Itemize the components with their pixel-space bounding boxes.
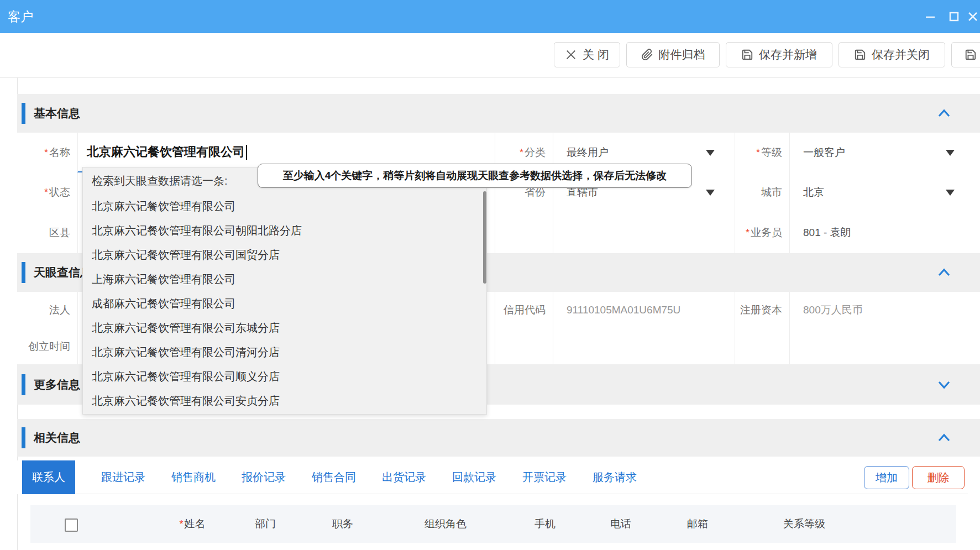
city-value: 北京	[803, 185, 824, 200]
dropdown-scrollbar-thumb[interactable]	[483, 191, 486, 284]
column-mobile: 手机	[534, 505, 555, 543]
section-more-title: 更多信息	[34, 377, 80, 392]
save-icon	[965, 49, 977, 61]
contacts-table-header: 姓名 部门 职务 组织角色 手机 电话 邮箱 关系等级	[30, 505, 956, 543]
dropdown-arrow-icon	[946, 190, 955, 196]
suggest-item[interactable]: 成都麻六记餐饮管理有限公司	[83, 291, 486, 316]
input-hint-tooltip: 至少输入4个关键字，稍等片刻将自动展现天眼查参考数据供选择，保存后无法修改	[258, 164, 692, 188]
collapse-basic-button[interactable]	[937, 108, 951, 118]
collapse-related-button[interactable]	[937, 433, 951, 443]
salesman-picker[interactable]: 801 - 袁朗	[789, 212, 980, 253]
registered-capital-value: 800万人民币	[789, 292, 980, 328]
save-and-close-button[interactable]: 保存并关闭	[838, 42, 945, 67]
section-accent-bar	[22, 103, 25, 124]
column-position: 职务	[332, 505, 353, 543]
tab-payment-records[interactable]: 回款记录	[452, 460, 496, 494]
credit-code-value: 91110105MA01U6M75U	[553, 292, 735, 328]
level-value: 一般客户	[803, 145, 845, 160]
chevron-up-icon	[937, 268, 951, 277]
salesman-value: 801 - 袁朗	[803, 226, 851, 240]
registered-capital-label: 注册资本	[735, 292, 789, 328]
window-title: 客户	[8, 0, 33, 33]
window-close-button[interactable]	[964, 8, 980, 25]
close-button[interactable]: 关 闭	[554, 42, 620, 67]
related-tabs-bar: 联系人 跟进记录 销售商机 报价记录 销售合同 出货记录 回款记录 开票记录 服…	[17, 460, 980, 494]
column-name: 姓名	[179, 505, 205, 543]
tianyancha-suggest-dropdown: 检索到天眼查数据请选一条: 北京麻六记餐饮管理有限公司 北京麻六记餐饮管理有限公…	[82, 167, 487, 415]
minimize-icon	[924, 10, 937, 23]
section-basic-info: 基本信息	[17, 94, 980, 133]
close-icon	[966, 10, 979, 23]
tab-quotation-records[interactable]: 报价记录	[242, 460, 286, 494]
related-tabs: 联系人 跟进记录 销售商机 报价记录 销售合同 出货记录 回款记录 开票记录 服…	[22, 460, 637, 494]
level-label: 等级	[735, 133, 789, 172]
paperclip-icon	[641, 49, 653, 61]
dropdown-arrow-icon	[706, 190, 715, 196]
column-relation-level: 关系等级	[783, 505, 825, 543]
dropdown-arrow-icon	[946, 150, 955, 156]
collapse-tianyancha-button[interactable]	[937, 268, 951, 277]
section-related-title: 相关信息	[34, 430, 80, 446]
window-titlebar: 客户	[0, 0, 980, 33]
suggest-item[interactable]: 北京麻六记餐饮管理有限公司顺义分店	[83, 364, 486, 389]
empty-cell	[553, 328, 735, 364]
customer-edit-window: { "window": { "title": "客户" }, "toolbar"…	[0, 0, 980, 550]
empty-cell	[735, 328, 789, 364]
section-basic-title: 基本信息	[34, 106, 80, 121]
save-icon	[854, 49, 866, 61]
empty-cell	[789, 328, 980, 364]
window-maximize-button[interactable]	[945, 8, 963, 25]
column-email: 邮箱	[687, 505, 708, 543]
save-icon	[741, 49, 753, 61]
suggest-item[interactable]: 北京麻六记餐饮管理有限公司清河分店	[83, 340, 486, 364]
save-and-close-label: 保存并关闭	[872, 47, 930, 62]
save-and-new-label: 保存并新增	[759, 47, 817, 62]
tab-sales-opportunities[interactable]: 销售商机	[171, 460, 216, 494]
save-and-new-button[interactable]: 保存并新增	[726, 42, 832, 67]
select-all-checkbox[interactable]	[65, 518, 78, 532]
suggest-item[interactable]: 北京麻六记餐饮管理有限公司安贞分店	[83, 389, 486, 413]
tab-invoice-records[interactable]: 开票记录	[522, 460, 567, 494]
expand-more-button[interactable]	[937, 380, 951, 390]
district-label: 区县	[17, 212, 77, 253]
empty-cell	[553, 212, 735, 253]
close-button-label: 关 闭	[583, 47, 609, 62]
city-select[interactable]: 北京	[789, 172, 980, 212]
credit-code-label: 信用代码	[495, 292, 553, 328]
suggest-item[interactable]: 北京麻六记餐饮管理有限公司	[83, 194, 486, 218]
tab-shipment-records[interactable]: 出货记录	[382, 460, 426, 494]
attach-archive-button[interactable]: 附件归档	[626, 42, 720, 67]
section-accent-bar	[22, 374, 25, 395]
customer-name-value: 北京麻六记餐饮管理有限公司	[87, 144, 245, 160]
salesman-label: 业务员	[735, 212, 789, 253]
chevron-down-icon	[937, 380, 951, 390]
suggest-item[interactable]: 北京麻六记餐饮管理有限公司朝阳北路分店	[83, 218, 486, 243]
tab-contacts[interactable]: 联系人	[22, 460, 75, 494]
status-label: 状态	[17, 172, 77, 212]
save-button[interactable]: 保存	[951, 42, 980, 67]
section-accent-bar	[22, 262, 25, 283]
toolbar: 关 闭 附件归档 保存并新增 保存并关闭 保存	[0, 33, 980, 77]
delete-button[interactable]: 删除	[912, 466, 965, 489]
tab-service-requests[interactable]: 服务请求	[593, 460, 637, 494]
close-icon	[565, 49, 577, 61]
founded-time-label: 创立时间	[17, 328, 77, 364]
chevron-up-icon	[937, 433, 951, 443]
suggest-item[interactable]: 北京麻六记餐饮管理有限公司国贸分店	[83, 243, 486, 267]
dropdown-arrow-icon	[706, 150, 715, 156]
add-button[interactable]: 增加	[864, 466, 909, 489]
suggest-item[interactable]: 北京麻六记餐饮管理有限公司东城分店	[83, 316, 486, 340]
window-minimize-button[interactable]	[921, 8, 939, 25]
text-caret	[246, 145, 247, 160]
column-phone: 电话	[610, 505, 631, 543]
category-value: 最终用户	[567, 145, 609, 160]
toolbar-divider	[0, 77, 980, 78]
maximize-icon	[947, 10, 961, 23]
tab-sales-contracts[interactable]: 销售合同	[312, 460, 356, 494]
tab-followup-records[interactable]: 跟进记录	[101, 460, 145, 494]
name-label: 名称	[17, 133, 77, 172]
level-select[interactable]: 一般客户	[789, 133, 980, 172]
city-label: 城市	[735, 172, 789, 212]
suggest-item[interactable]: 上海麻六记餐饮管理有限公司	[83, 267, 486, 291]
column-department: 部门	[255, 505, 276, 543]
